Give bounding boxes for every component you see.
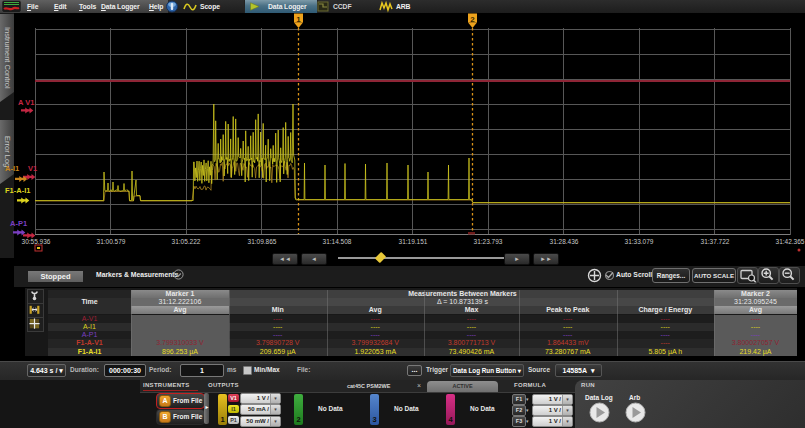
svg-text:1: 1 (296, 15, 301, 24)
svg-text:2: 2 (470, 15, 475, 24)
